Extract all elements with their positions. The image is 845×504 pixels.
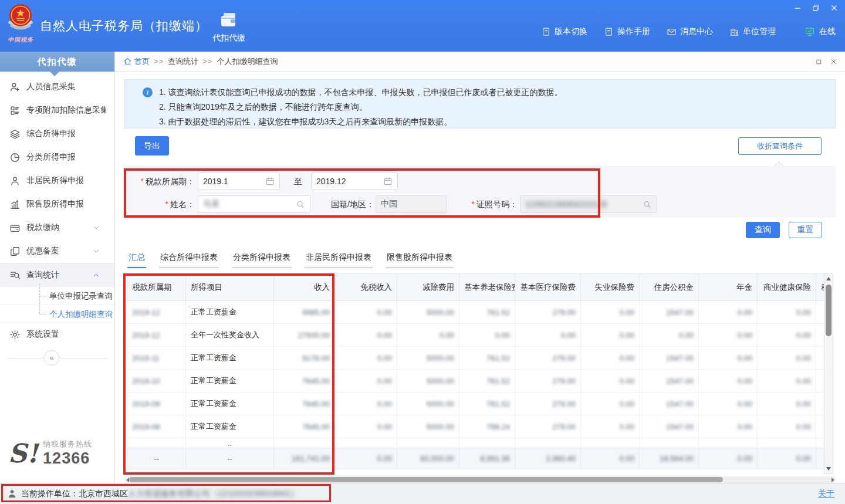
calendar-icon[interactable]: [383, 177, 393, 186]
sidebar-item[interactable]: 优惠备案: [0, 239, 114, 263]
info-icon: i: [143, 87, 153, 97]
breadcrumb-item[interactable]: 查询统计: [168, 56, 198, 67]
sidebar-item[interactable]: 税款缴纳: [0, 216, 114, 239]
document-icon: [604, 27, 614, 37]
search-icon[interactable]: [643, 199, 652, 209]
hotline-logo: S! 纳税服务热线 12366: [8, 439, 92, 468]
calendar-icon[interactable]: [265, 177, 275, 186]
sidebar-item[interactable]: 专项附加扣除信息采集: [0, 99, 114, 122]
sidebar-item[interactable]: 人员信息采集: [0, 75, 114, 99]
vertical-scrollbar[interactable]: [824, 273, 833, 474]
result-tab[interactable]: 综合所得申报表: [159, 252, 219, 268]
logo-caption: 中国税务: [5, 36, 36, 44]
restore-icon[interactable]: [810, 2, 821, 13]
collapse-query-button[interactable]: 收折查询条件: [738, 137, 822, 155]
notice-line: 3. 由于数据处理的滞后性，建议您在申报成功3天之后再来查询最新的申报数据。: [159, 114, 828, 129]
sidebar-item[interactable]: 限售股所得申报: [0, 192, 114, 216]
column-header[interactable]: 收入: [274, 274, 335, 301]
table-header-row: 税款所属期所得项目收入免税收入减除费用基本养老保险费基本医疗保险费失业保险费住房…: [127, 274, 824, 301]
header-menu-item[interactable]: 消息中心: [667, 26, 713, 37]
search-icon[interactable]: [296, 199, 305, 209]
column-header[interactable]: 税款所属期: [127, 274, 186, 301]
result-tab[interactable]: 限售股所得申报表: [386, 252, 454, 268]
chevron-down-icon: [92, 224, 100, 232]
gear-icon: [9, 329, 21, 340]
sidebar-subitem[interactable]: 个人扣缴明细查询: [0, 305, 114, 323]
header-menu-item[interactable]: 操作手册: [604, 26, 650, 37]
sidebar-item[interactable]: 查询统计: [0, 263, 114, 286]
reset-button[interactable]: 重置: [789, 222, 822, 238]
layers-icon: [9, 128, 21, 140]
notice-line: 2. 只能查询2019年及之后的数据，不能进行跨年度查询。: [159, 100, 828, 114]
mail-icon: [667, 27, 677, 37]
column-header[interactable]: 年金: [699, 274, 758, 301]
nationality-input: 中国: [376, 195, 447, 213]
sidebar-item[interactable]: 分类所得申报: [0, 146, 114, 169]
notice-lines: 1. 该查询统计表仅能查询已申报成功的数据，不包含未申报、申报失败，已申报但已作…: [159, 85, 828, 129]
horizontal-scrollbar[interactable]: [124, 476, 836, 483]
panel-close-icon[interactable]: [830, 57, 838, 66]
close-icon[interactable]: [829, 2, 839, 13]
sidebar-item[interactable]: 非居民所得申报: [0, 169, 114, 192]
user-add-icon: [9, 82, 21, 93]
scroll-right-arrow[interactable]: [830, 476, 836, 483]
document-icon: [541, 27, 551, 37]
column-header[interactable]: 商业健康保险: [758, 274, 816, 301]
result-tabs: 汇总综合所得申报表分类所得申报表非居民所得申报表限售股所得申报表: [127, 252, 454, 268]
column-header[interactable]: 免税收入: [335, 274, 397, 301]
table-row-partial[interactable]: ..: [127, 438, 824, 448]
column-header[interactable]: 减除费用: [397, 274, 459, 301]
column-header[interactable]: 税: [816, 274, 824, 301]
result-tab[interactable]: 汇总: [127, 252, 146, 268]
sidebar-item[interactable]: 综合所得申报: [0, 122, 114, 146]
column-header[interactable]: 基本医疗保险费: [515, 274, 581, 301]
table-row[interactable]: 2019-09正常工资薪金7645.000.005000.00761.52279…: [127, 393, 824, 415]
current-unit-prefix: 当前操作单位：: [21, 489, 79, 499]
column-header[interactable]: 住房公积金: [640, 274, 699, 301]
sidebar-submenu: 单位申报记录查询个人扣缴明细查询: [0, 286, 114, 323]
sidebar-item[interactable]: 系统设置: [0, 323, 114, 346]
module-tab-label: 代扣代缴: [212, 33, 245, 43]
table-row[interactable]: 2019-11正常工资薪金9178.000.005000.00761.52279…: [127, 347, 824, 370]
header-menu-item[interactable]: 单位管理: [729, 26, 776, 37]
table-row[interactable]: 2019-08正常工资薪金7645.000.005000.00798.24279…: [127, 415, 824, 438]
period-to-input[interactable]: 2019.12: [311, 172, 398, 190]
module-tab-withholding[interactable]: 代扣代缴: [203, 5, 255, 49]
window-controls: [792, 2, 839, 13]
home-icon: [123, 57, 132, 66]
name-label: *姓名：: [141, 195, 195, 213]
query-button[interactable]: 查询: [746, 222, 780, 238]
panel-maximize-icon[interactable]: [814, 57, 823, 66]
result-tab[interactable]: 分类所得申报表: [232, 252, 292, 268]
table-row[interactable]: 2019-12全年一次性奖金收入27500.000.000.000.000.00…: [127, 324, 824, 347]
name-input[interactable]: 马某: [198, 195, 310, 213]
horizontal-scroll-thumb[interactable]: [129, 477, 723, 482]
column-header[interactable]: 基本养老保险费: [459, 274, 515, 301]
table-summary-row[interactable]: ----161,741.000.0060,000.008,991.362,960…: [127, 448, 824, 469]
result-tab[interactable]: 非居民所得申报表: [305, 252, 373, 268]
scroll-up-arrow[interactable]: [824, 274, 833, 283]
minimize-icon[interactable]: [792, 2, 803, 13]
about-link[interactable]: 关于: [818, 489, 834, 499]
breadcrumb-home[interactable]: 首页: [123, 56, 150, 67]
table-row[interactable]: 2019-12正常工资薪金9985.000.005000.00761.52279…: [127, 301, 824, 324]
breadcrumb: 首页>>查询统计>>个人扣缴明细查询: [123, 56, 278, 67]
status-bar: 当前操作单位： 北京市西城区 人力资源服务有限公司（12110102300184…: [0, 483, 845, 504]
id-number-label: *证照号码：: [452, 195, 518, 213]
period-from-input[interactable]: 2019.1: [198, 172, 280, 190]
export-button[interactable]: 导出: [135, 136, 169, 155]
online-monitor-icon: [805, 26, 815, 37]
vertical-scroll-thumb[interactable]: [826, 285, 832, 336]
notice-panel: i 1. 该查询统计表仅能查询已申报成功的数据，不包含未申报、申报失败，已申报但…: [124, 79, 836, 128]
period-label: *税款所属期：: [111, 172, 195, 190]
column-header[interactable]: 所得项目: [186, 274, 274, 301]
scroll-down-arrow[interactable]: [824, 464, 833, 473]
column-header[interactable]: 失业保险费: [581, 274, 640, 301]
header-menu-item[interactable]: 版本切换: [541, 26, 587, 37]
chevron-up-icon: [92, 271, 100, 279]
sidebar-collapse-button[interactable]: «: [44, 350, 59, 366]
online-status: 在线: [805, 23, 836, 40]
table-row[interactable]: 2019-10正常工资薪金7645.000.005000.00761.52279…: [127, 370, 824, 393]
app-title: 自然人电子税务局（扣缴端）: [40, 0, 208, 52]
sidebar-subitem[interactable]: 单位申报记录查询: [0, 286, 114, 305]
